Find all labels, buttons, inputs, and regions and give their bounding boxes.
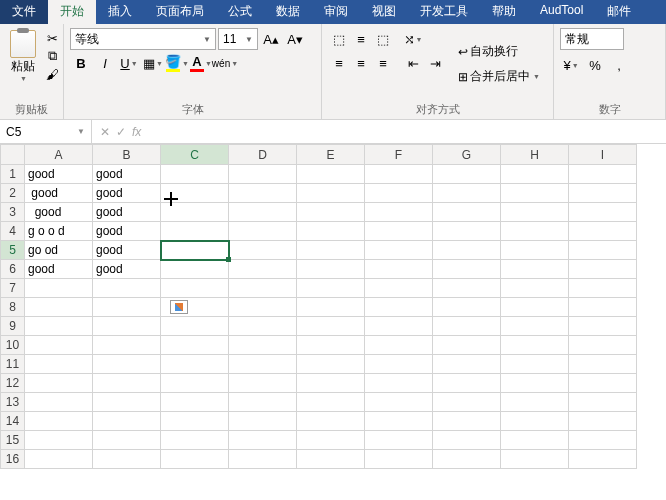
cell[interactable] [93,450,161,469]
cell[interactable] [365,222,433,241]
cell[interactable] [433,336,501,355]
cell[interactable] [433,165,501,184]
cell[interactable] [161,222,229,241]
cell[interactable] [93,336,161,355]
name-box[interactable]: C5 ▼ [0,120,92,143]
cell[interactable]: good [93,203,161,222]
cell[interactable] [161,241,229,260]
cell[interactable]: good [93,184,161,203]
cell[interactable] [297,222,365,241]
column-header[interactable]: A [25,145,93,165]
phonetic-button[interactable]: wén▼ [214,52,236,74]
cell[interactable] [297,203,365,222]
cut-button[interactable]: ✂ [44,30,60,46]
cell[interactable] [25,336,93,355]
align-bottom-button[interactable]: ⬚ [372,28,394,50]
cell[interactable] [229,260,297,279]
cell[interactable] [569,393,637,412]
cell[interactable] [229,374,297,393]
cell[interactable] [501,317,569,336]
cell[interactable] [93,431,161,450]
cell[interactable] [569,260,637,279]
cell[interactable] [501,431,569,450]
tab-page-layout[interactable]: 页面布局 [144,0,216,24]
cell[interactable] [229,222,297,241]
cell[interactable] [365,165,433,184]
cell[interactable] [501,336,569,355]
cell[interactable] [433,412,501,431]
row-header[interactable]: 10 [1,336,25,355]
row-header[interactable]: 2 [1,184,25,203]
cell[interactable] [365,317,433,336]
wrap-text-button[interactable]: ↩ 自动换行 [454,41,544,62]
decrease-indent-button[interactable]: ⇤ [402,52,424,74]
cell[interactable] [93,317,161,336]
row-header[interactable]: 1 [1,165,25,184]
tab-review[interactable]: 审阅 [312,0,360,24]
row-header[interactable]: 7 [1,279,25,298]
align-top-button[interactable]: ⬚ [328,28,350,50]
cell[interactable] [569,412,637,431]
paste-button[interactable]: 粘贴 ▼ [6,28,40,84]
cell[interactable] [297,317,365,336]
tab-help[interactable]: 帮助 [480,0,528,24]
cell[interactable] [569,165,637,184]
cell[interactable] [297,450,365,469]
cell[interactable] [161,450,229,469]
cell[interactable] [25,374,93,393]
cell[interactable] [297,298,365,317]
row-header[interactable]: 12 [1,374,25,393]
row-header[interactable]: 11 [1,355,25,374]
column-header[interactable]: E [297,145,365,165]
cell[interactable] [229,412,297,431]
cell[interactable] [569,450,637,469]
row-header[interactable]: 9 [1,317,25,336]
cell[interactable] [297,355,365,374]
align-left-button[interactable]: ≡ [328,52,350,74]
increase-indent-button[interactable]: ⇥ [424,52,446,74]
column-header[interactable]: I [569,145,637,165]
cell[interactable] [229,184,297,203]
align-right-button[interactable]: ≡ [372,52,394,74]
cell[interactable] [501,203,569,222]
cell[interactable] [25,355,93,374]
cell[interactable] [433,374,501,393]
cell[interactable] [93,355,161,374]
cell[interactable] [365,279,433,298]
cell[interactable] [25,298,93,317]
cell[interactable] [229,450,297,469]
cell[interactable] [433,450,501,469]
cell[interactable] [229,317,297,336]
cell[interactable] [569,317,637,336]
cell[interactable] [229,431,297,450]
tab-formulas[interactable]: 公式 [216,0,264,24]
tab-mail[interactable]: 邮件 [595,0,643,24]
cell[interactable] [25,412,93,431]
cell[interactable] [25,431,93,450]
tab-developer[interactable]: 开发工具 [408,0,480,24]
cell[interactable] [161,184,229,203]
cell[interactable] [297,260,365,279]
select-all-corner[interactable] [1,145,25,165]
cell[interactable] [229,165,297,184]
cell[interactable] [501,260,569,279]
cell[interactable] [433,431,501,450]
cell[interactable] [365,393,433,412]
cell[interactable] [365,431,433,450]
cell[interactable] [93,298,161,317]
cell[interactable] [229,241,297,260]
cell[interactable] [365,184,433,203]
smart-tag-button[interactable] [170,300,188,314]
tab-insert[interactable]: 插入 [96,0,144,24]
cell[interactable] [569,431,637,450]
row-header[interactable]: 16 [1,450,25,469]
cell[interactable] [569,279,637,298]
cell[interactable] [501,184,569,203]
row-header[interactable]: 3 [1,203,25,222]
cell[interactable] [365,412,433,431]
tab-data[interactable]: 数据 [264,0,312,24]
cell[interactable]: good [25,165,93,184]
cell[interactable] [229,203,297,222]
row-header[interactable]: 5 [1,241,25,260]
cell[interactable] [297,165,365,184]
